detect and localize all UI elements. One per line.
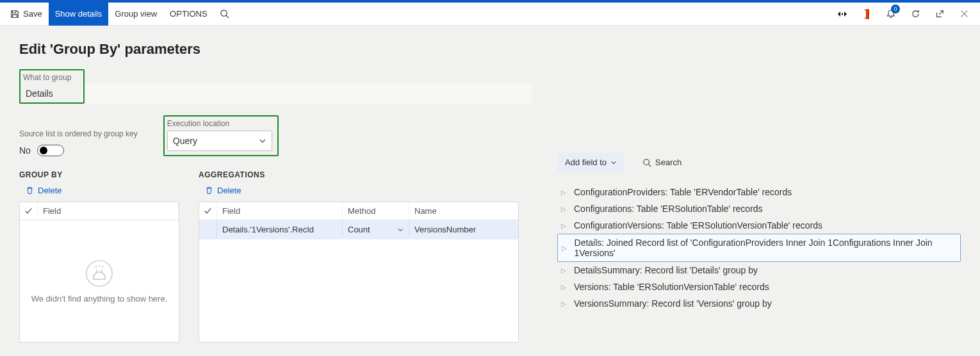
aggregations-row-field[interactable]: Details.'1Versions'.RecId <box>217 222 343 237</box>
search-tree-button[interactable]: Search <box>635 152 689 172</box>
main-content: Edit 'Group By' parameters What to group… <box>0 26 980 356</box>
chevron-down-icon <box>259 137 266 145</box>
left-pane: Edit 'Group By' parameters What to group… <box>19 41 532 341</box>
groupby-heading: GROUP BY <box>19 170 179 179</box>
execution-location-dropdown[interactable]: Query <box>167 131 272 151</box>
top-toolbar: Save Show details Group view OPTIONS 0 <box>0 3 980 26</box>
close-button[interactable] <box>953 3 975 26</box>
source-ordered-value: No <box>19 145 31 156</box>
expand-caret-icon[interactable]: ▷ <box>561 284 568 291</box>
add-field-to-label: Add field to <box>565 158 607 167</box>
source-ordered-label: Source list is ordered by group key <box>19 129 138 138</box>
group-view-label: Group view <box>115 9 157 19</box>
toolbar-right-group: 0 <box>831 3 980 26</box>
right-toolbar: Add field to Search <box>557 152 961 172</box>
expand-caret-icon[interactable]: ▷ <box>562 245 568 252</box>
tree-item-label: DetailsSummary: Record list 'Details' gr… <box>574 265 758 275</box>
groupby-delete-label: Delete <box>38 186 62 195</box>
tree-item-label: Configurations: Table 'ERSolutionTable' … <box>574 204 763 214</box>
chevron-down-icon <box>397 227 404 233</box>
group-view-button[interactable]: Group view <box>108 3 163 26</box>
expand-caret-icon[interactable]: ▷ <box>561 267 568 274</box>
options-label: OPTIONS <box>170 9 208 19</box>
svg-line-1 <box>226 15 229 18</box>
tree-item-label: VersionsSummary: Record list 'Versions' … <box>574 298 772 309</box>
aggregations-heading: AGGREGATIONS <box>199 170 519 179</box>
chevron-down-icon <box>610 159 617 166</box>
refresh-icon <box>911 9 920 19</box>
close-icon <box>960 10 968 18</box>
refresh-button[interactable] <box>904 3 926 26</box>
expand-caret-icon[interactable]: ▷ <box>561 189 568 196</box>
svg-line-5 <box>649 164 651 166</box>
tree-item[interactable]: ▷Versions: Table 'ERSolutionVersionTable… <box>557 279 961 295</box>
execution-location-highlight: Execution location Query <box>163 115 279 156</box>
aggregations-check-header[interactable] <box>199 202 217 220</box>
aggregations-row-check[interactable] <box>199 220 217 239</box>
groupby-check-header[interactable] <box>20 202 38 220</box>
search-toolbar-button[interactable] <box>214 3 236 26</box>
tree-item-label: Versions: Table 'ERSolutionVersionTable'… <box>574 282 769 292</box>
execution-location-label: Execution location <box>167 119 275 128</box>
aggregations-row-method-cell[interactable]: Count <box>343 222 409 237</box>
save-button[interactable]: Save <box>4 3 49 26</box>
toolbar-left-group: Save Show details Group view OPTIONS <box>4 3 236 26</box>
aggregations-row[interactable]: Details.'1Versions'.RecId Count Versions… <box>199 220 518 239</box>
save-button-label: Save <box>23 9 42 19</box>
empty-box-icon <box>85 259 113 287</box>
svg-point-4 <box>644 159 649 165</box>
add-field-to-button[interactable]: Add field to <box>557 152 625 172</box>
aggregations-row-method: Count <box>348 225 370 234</box>
expand-caret-icon[interactable]: ▷ <box>561 300 568 307</box>
aggregations-section: AGGREGATIONS Delete Field Method Name <box>199 170 519 343</box>
execution-location-value: Query <box>173 136 197 146</box>
search-icon <box>220 9 229 19</box>
svg-point-3 <box>86 260 112 286</box>
tree-item[interactable]: ▷ConfigurationVersions: Table 'ERSolutio… <box>557 217 961 234</box>
options-button[interactable]: OPTIONS <box>163 3 214 26</box>
tree-item[interactable]: ▷Configurations: Table 'ERSolutionTable'… <box>557 200 961 217</box>
office-icon-button[interactable] <box>856 3 878 26</box>
aggregations-method-header[interactable]: Method <box>343 202 409 220</box>
svg-rect-2 <box>842 13 843 15</box>
right-pane: Add field to Search ▷ConfigurationProvid… <box>532 41 961 341</box>
connector-icon <box>837 11 847 17</box>
aggregations-field-header[interactable]: Field <box>217 202 343 220</box>
what-to-group-label: What to group <box>23 73 81 82</box>
notification-badge: 0 <box>891 4 900 13</box>
search-tree-label: Search <box>655 158 682 167</box>
datasource-tree: ▷ConfigurationProviders: Table 'ERVendor… <box>557 184 961 312</box>
trash-icon <box>205 186 213 195</box>
trash-icon <box>26 186 34 195</box>
connector-icon-button[interactable] <box>831 3 853 26</box>
office-icon <box>862 9 871 19</box>
tree-item[interactable]: ▷ConfigurationProviders: Table 'ERVendor… <box>557 184 961 200</box>
groupby-field-header[interactable]: Field <box>38 202 179 220</box>
tree-item-label: Details: Joined Record list of 'Configur… <box>575 238 956 258</box>
show-details-button[interactable]: Show details <box>49 3 109 26</box>
check-icon <box>204 207 212 215</box>
groupby-grid: Field We didn't find anything to show he… <box>19 202 179 343</box>
popout-button[interactable] <box>929 3 951 26</box>
notifications-button[interactable]: 0 <box>880 3 902 26</box>
aggregations-name-header[interactable]: Name <box>409 202 518 220</box>
tree-item[interactable]: ▷DetailsSummary: Record list 'Details' g… <box>557 262 961 279</box>
what-to-group-highlight: What to group Details <box>19 69 85 104</box>
aggregations-grid: Field Method Name Details.'1Versions'.Re… <box>199 202 519 343</box>
source-ordered-toggle[interactable] <box>37 145 64 156</box>
tree-item[interactable]: ▷Details: Joined Record list of 'Configu… <box>557 234 961 262</box>
groupby-delete-button[interactable]: Delete <box>26 186 62 195</box>
show-details-label: Show details <box>55 9 102 19</box>
expand-caret-icon[interactable]: ▷ <box>561 206 568 213</box>
toggle-thumb <box>40 147 47 154</box>
aggregations-delete-label: Delete <box>217 186 241 195</box>
aggregations-row-name[interactable]: VersionsNumber <box>409 222 518 237</box>
what-to-group-input-extension[interactable] <box>82 83 532 104</box>
check-icon <box>24 207 33 215</box>
tree-item[interactable]: ▷VersionsSummary: Record list 'Versions'… <box>557 295 961 312</box>
tree-item-label: ConfigurationVersions: Table 'ERSolution… <box>574 220 822 231</box>
what-to-group-value[interactable]: Details <box>23 85 81 99</box>
expand-caret-icon[interactable]: ▷ <box>561 222 568 229</box>
aggregations-delete-button[interactable]: Delete <box>205 186 241 195</box>
save-icon <box>10 10 19 19</box>
